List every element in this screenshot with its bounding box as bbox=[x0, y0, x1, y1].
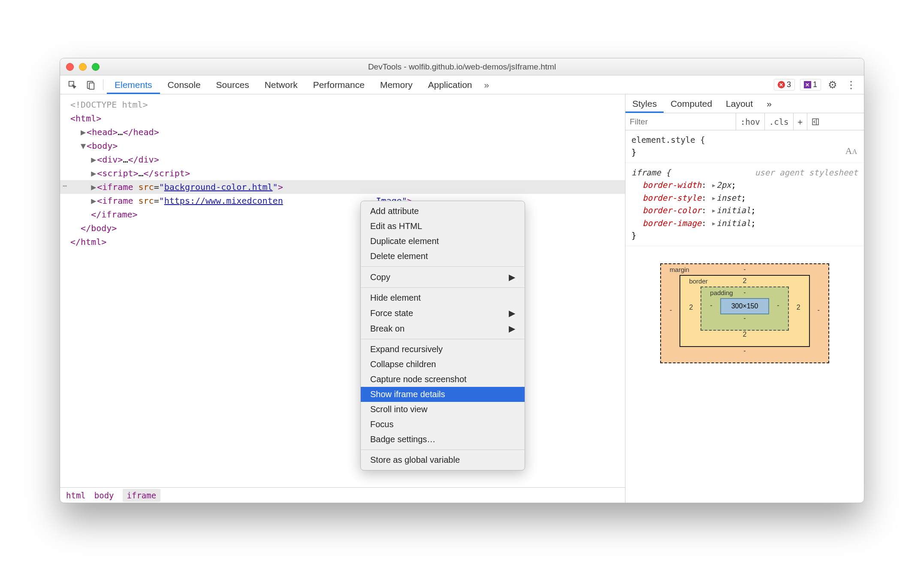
ctx-expand-recursively[interactable]: Expand recursively bbox=[361, 342, 525, 357]
head-node[interactable]: head bbox=[92, 127, 112, 137]
ctx-store-global[interactable]: Store as global variable bbox=[361, 452, 525, 468]
tab-network[interactable]: Network bbox=[257, 75, 305, 94]
stab-computed[interactable]: Computed bbox=[664, 94, 719, 113]
tab-sources[interactable]: Sources bbox=[208, 75, 257, 94]
inspect-element-icon[interactable] bbox=[63, 78, 82, 92]
gutter-ellipsis-icon[interactable]: ⋯ bbox=[63, 180, 67, 192]
submenu-arrow-icon: ▶ bbox=[509, 308, 515, 318]
kebab-menu-icon[interactable]: ⋮ bbox=[842, 79, 861, 91]
context-menu: Add attribute Edit as HTML Duplicate ele… bbox=[360, 201, 525, 471]
new-rule-button[interactable]: + bbox=[794, 113, 807, 130]
devtools-window: DevTools - wolfib.github.io/web-demos/js… bbox=[60, 58, 864, 503]
styles-panel: Styles Computed Layout » :hov .cls + ele… bbox=[625, 94, 864, 503]
error-badge[interactable]: ✕ 3 bbox=[774, 79, 795, 90]
stab-layout[interactable]: Layout bbox=[719, 94, 760, 113]
ctx-badge-settings[interactable]: Badge settings… bbox=[361, 432, 525, 447]
ctx-copy[interactable]: Copy▶ bbox=[361, 269, 525, 285]
extension-badge[interactable]: ✕ 1 bbox=[800, 79, 821, 90]
hov-toggle[interactable]: :hov bbox=[736, 113, 765, 130]
ctx-sep bbox=[361, 287, 525, 288]
sidebar-toggle-icon[interactable] bbox=[807, 113, 824, 130]
stab-styles[interactable]: Styles bbox=[625, 94, 664, 113]
error-icon: ✕ bbox=[778, 81, 785, 88]
ctx-sep bbox=[361, 449, 525, 450]
ctx-break-on[interactable]: Break on▶ bbox=[361, 321, 525, 336]
settings-icon[interactable]: ⚙ bbox=[824, 79, 842, 91]
stab-more-icon[interactable]: » bbox=[760, 94, 779, 113]
tab-performance[interactable]: Performance bbox=[305, 75, 372, 94]
iframe-src-link[interactable]: background-color.html bbox=[164, 182, 273, 192]
ctx-sep bbox=[361, 266, 525, 267]
more-tabs-icon[interactable]: » bbox=[480, 77, 493, 93]
body-close[interactable]: </body> bbox=[81, 223, 117, 233]
iframe-node-2[interactable]: iframe bbox=[102, 196, 133, 206]
ua-stylesheet-label: user agent stylesheet bbox=[755, 166, 858, 179]
element-style-rule[interactable]: element.style { } AA bbox=[625, 130, 864, 163]
iframe-node-selected[interactable]: ⋯ ▶<iframe src="background-color.html"> bbox=[60, 180, 625, 194]
ctx-collapse-children[interactable]: Collapse children bbox=[361, 357, 525, 372]
ctx-add-attribute[interactable]: Add attribute bbox=[361, 204, 525, 219]
tab-console[interactable]: Console bbox=[160, 75, 208, 94]
cls-toggle[interactable]: .cls bbox=[765, 113, 794, 130]
iframe-ua-rule[interactable]: iframe {user agent stylesheet border-wid… bbox=[625, 163, 864, 246]
ctx-delete-element[interactable]: Delete element bbox=[361, 249, 525, 264]
styles-filter-row: :hov .cls + bbox=[625, 113, 864, 130]
styles-filter-input[interactable] bbox=[625, 113, 736, 130]
crumb-iframe[interactable]: iframe bbox=[123, 489, 161, 502]
ctx-focus[interactable]: Focus bbox=[361, 417, 525, 432]
elements-panel: <!DOCTYPE html> <html> ▶<head>…</head> ▼… bbox=[60, 94, 625, 503]
content-area: <!DOCTYPE html> <html> ▶<head>…</head> ▼… bbox=[60, 94, 864, 503]
tab-memory[interactable]: Memory bbox=[372, 75, 420, 94]
tab-application[interactable]: Application bbox=[420, 75, 480, 94]
dom-tree[interactable]: <!DOCTYPE html> <html> ▶<head>…</head> ▼… bbox=[60, 94, 625, 487]
box-model[interactable]: margin - - border 2 2 padding - bbox=[625, 246, 864, 503]
iframe-src2-link[interactable]: https://www.mixedconten bbox=[164, 196, 283, 206]
extension-count: 1 bbox=[813, 80, 817, 89]
device-toolbar-icon[interactable] bbox=[82, 78, 100, 92]
separator bbox=[103, 79, 103, 90]
styles-tabs: Styles Computed Layout » bbox=[625, 94, 864, 113]
ctx-force-state[interactable]: Force state▶ bbox=[361, 305, 525, 321]
window-title: DevTools - wolfib.github.io/web-demos/js… bbox=[60, 62, 864, 72]
svg-rect-2 bbox=[89, 83, 94, 89]
font-aa-icon[interactable]: AA bbox=[845, 144, 857, 158]
ctx-edit-as-html[interactable]: Edit as HTML bbox=[361, 219, 525, 234]
doctype-node[interactable]: <!DOCTYPE html> bbox=[70, 100, 148, 110]
error-count: 3 bbox=[787, 80, 791, 89]
body-node[interactable]: body bbox=[92, 141, 112, 151]
ctx-hide-element[interactable]: Hide element bbox=[361, 290, 525, 305]
html-close[interactable]: </html> bbox=[70, 237, 106, 247]
tab-elements[interactable]: Elements bbox=[107, 75, 160, 94]
html-open[interactable]: html bbox=[75, 113, 96, 124]
div-node[interactable]: div bbox=[102, 154, 118, 165]
ctx-duplicate-element[interactable]: Duplicate element bbox=[361, 234, 525, 249]
ctx-capture-screenshot[interactable]: Capture node screenshot bbox=[361, 372, 525, 387]
ctx-scroll-into-view[interactable]: Scroll into view bbox=[361, 402, 525, 417]
submenu-arrow-icon: ▶ bbox=[509, 323, 515, 334]
crumb-body[interactable]: body bbox=[94, 491, 114, 500]
main-toolbar: Elements Console Sources Network Perform… bbox=[60, 75, 864, 94]
ctx-show-iframe-details[interactable]: Show iframe details bbox=[361, 387, 525, 402]
ctx-sep bbox=[361, 339, 525, 339]
titlebar: DevTools - wolfib.github.io/web-demos/js… bbox=[60, 58, 864, 75]
breadcrumb: html body iframe bbox=[60, 487, 625, 503]
iframe-close[interactable]: </iframe> bbox=[91, 209, 137, 220]
submenu-arrow-icon: ▶ bbox=[509, 272, 515, 282]
extension-icon: ✕ bbox=[804, 81, 811, 88]
crumb-html[interactable]: html bbox=[66, 491, 86, 500]
bm-content-size: 300×150 bbox=[720, 298, 770, 314]
script-node[interactable]: script bbox=[102, 168, 133, 178]
